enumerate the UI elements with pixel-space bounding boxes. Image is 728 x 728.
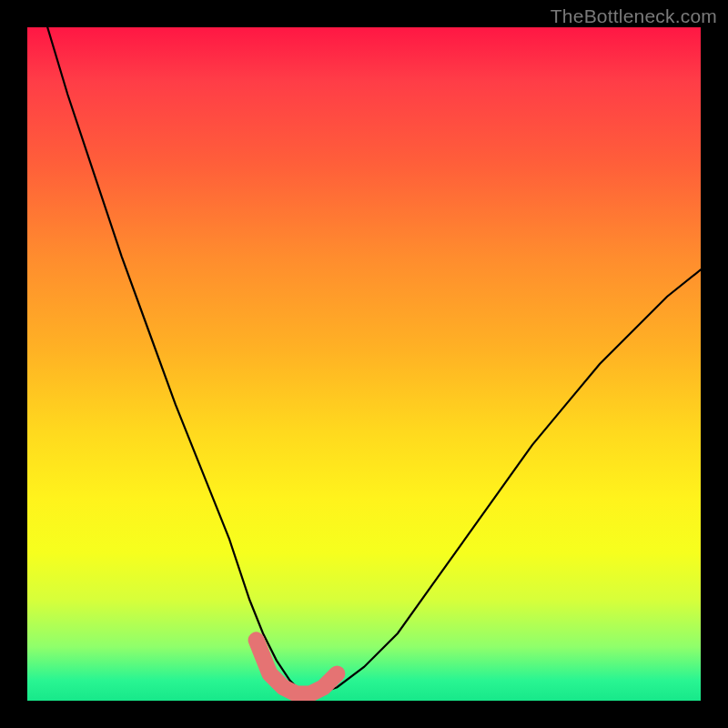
watermark-text: TheBottleneck.com xyxy=(551,5,717,27)
plot-area xyxy=(27,27,701,701)
highlight-minimum xyxy=(257,640,338,693)
bottleneck-curve xyxy=(47,27,701,694)
curve-layer xyxy=(27,27,701,701)
chart-frame: TheBottleneck.com xyxy=(0,0,728,728)
